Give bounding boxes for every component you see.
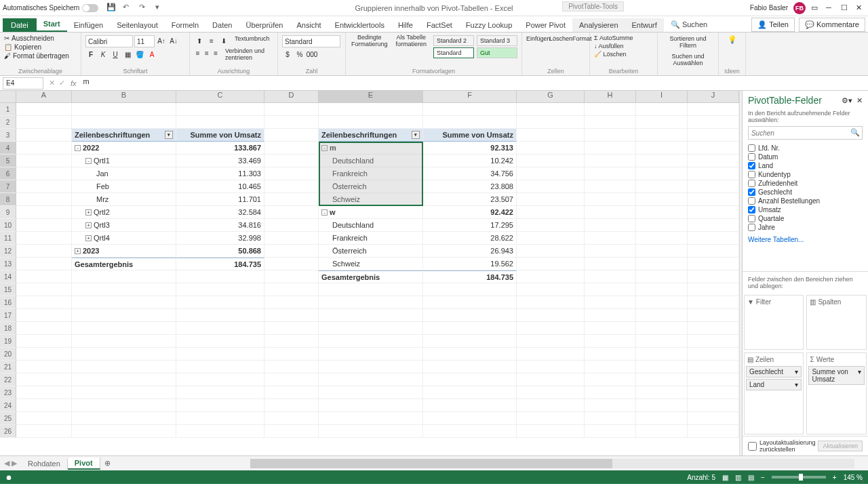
cell[interactable]: [72, 412, 176, 425]
cell[interactable]: 50.868: [176, 245, 264, 258]
cell[interactable]: [264, 129, 319, 142]
cell[interactable]: 11.701: [176, 193, 264, 206]
cell[interactable]: Zeilenbeschriftungen▾: [319, 129, 423, 142]
cell[interactable]: [517, 361, 585, 373]
drop-area-rows[interactable]: ▤Zeilen Geschlecht▾ Land▾: [744, 352, 804, 434]
expand-icon[interactable]: -: [321, 145, 328, 151]
cell[interactable]: [517, 116, 585, 129]
cell[interactable]: [16, 425, 72, 438]
cell[interactable]: [585, 322, 636, 335]
cell[interactable]: [319, 322, 423, 335]
cell[interactable]: 23.808: [423, 180, 517, 193]
field-checkbox[interactable]: [748, 153, 755, 161]
cell[interactable]: [688, 309, 739, 322]
cell[interactable]: [319, 373, 423, 386]
cell[interactable]: [176, 412, 264, 425]
cell[interactable]: [72, 309, 176, 322]
cell[interactable]: [585, 142, 636, 155]
cell[interactable]: [264, 412, 319, 425]
cell[interactable]: Gesamtergebnis: [72, 258, 176, 270]
field-item[interactable]: Zufriedenheit: [748, 179, 863, 188]
cell[interactable]: [72, 270, 176, 283]
cell[interactable]: [264, 245, 319, 258]
cell[interactable]: [16, 129, 72, 142]
cell[interactable]: [264, 219, 319, 232]
cell[interactable]: [517, 193, 585, 206]
cell[interactable]: [585, 219, 636, 232]
cell[interactable]: [16, 167, 72, 180]
tab-data[interactable]: Daten: [205, 18, 239, 32]
field-checkbox[interactable]: [748, 206, 755, 214]
cell[interactable]: [72, 322, 176, 335]
tab-powerpivot[interactable]: Power Pivot: [519, 18, 572, 32]
cell[interactable]: [636, 258, 688, 270]
cell[interactable]: [585, 180, 636, 193]
cell[interactable]: [636, 386, 688, 399]
cell[interactable]: 32.998: [176, 232, 264, 245]
cell[interactable]: [423, 373, 517, 386]
cell[interactable]: [72, 348, 176, 361]
cell[interactable]: [517, 386, 585, 399]
cell[interactable]: [176, 116, 264, 129]
row-header[interactable]: 21: [0, 361, 16, 373]
col-header-a[interactable]: A: [16, 91, 72, 102]
cell[interactable]: [264, 258, 319, 270]
cell[interactable]: Frankreich: [319, 167, 423, 180]
cell[interactable]: [16, 258, 72, 270]
cancel-formula-icon[interactable]: ✕: [49, 79, 55, 87]
decrease-font-icon[interactable]: A↓: [168, 35, 179, 46]
zoom-in-icon[interactable]: +: [833, 474, 837, 481]
cell[interactable]: [264, 103, 319, 116]
col-header-e[interactable]: E: [319, 91, 423, 102]
cell[interactable]: [264, 142, 319, 155]
cell[interactable]: -w: [319, 206, 423, 219]
cell[interactable]: [585, 348, 636, 361]
user-avatar[interactable]: FB: [793, 2, 806, 14]
cell[interactable]: +Qrtl4: [72, 232, 176, 245]
cell[interactable]: [16, 412, 72, 425]
cell[interactable]: [16, 373, 72, 386]
cell[interactable]: [688, 399, 739, 412]
cell[interactable]: [585, 373, 636, 386]
cell[interactable]: [16, 219, 72, 232]
cell[interactable]: [423, 309, 517, 322]
cell[interactable]: 184.735: [423, 270, 517, 283]
cell[interactable]: [585, 258, 636, 270]
row-header[interactable]: 20: [0, 348, 16, 361]
col-header-d[interactable]: D: [264, 91, 319, 102]
cell[interactable]: [319, 103, 423, 116]
cell[interactable]: [517, 142, 585, 155]
cell[interactable]: [319, 361, 423, 373]
style-standard2[interactable]: Standard 2: [433, 35, 474, 46]
currency-icon[interactable]: $: [282, 49, 293, 60]
cell[interactable]: [688, 296, 739, 309]
field-checkbox[interactable]: [748, 224, 755, 231]
cell[interactable]: [688, 232, 739, 245]
row-field-land[interactable]: Land▾: [746, 379, 802, 390]
cell[interactable]: [16, 232, 72, 245]
cell[interactable]: [688, 412, 739, 425]
col-header-h[interactable]: H: [585, 91, 636, 102]
cell[interactable]: [264, 335, 319, 348]
tab-factset[interactable]: FactSet: [420, 18, 459, 32]
wrap-text-button[interactable]: Textumbruch: [235, 35, 270, 46]
field-checkbox[interactable]: [748, 215, 755, 222]
cell[interactable]: 33.469: [176, 155, 264, 167]
row-header[interactable]: 8: [0, 193, 16, 206]
cell[interactable]: [16, 155, 72, 167]
field-item[interactable]: Geschlecht: [748, 188, 863, 197]
record-macro-icon[interactable]: ⏺: [5, 474, 12, 481]
cell[interactable]: [176, 283, 264, 296]
percent-icon[interactable]: %: [294, 49, 305, 60]
cell[interactable]: [636, 309, 688, 322]
row-header[interactable]: 25: [0, 412, 16, 425]
field-item[interactable]: Datum: [748, 152, 863, 161]
cell[interactable]: +Qrtl3: [72, 219, 176, 232]
fill-color-button[interactable]: 🪣: [134, 49, 145, 60]
cell[interactable]: [636, 296, 688, 309]
row-header[interactable]: 16: [0, 296, 16, 309]
cell[interactable]: 92.313: [423, 142, 517, 155]
row-header[interactable]: 23: [0, 386, 16, 399]
cell[interactable]: [319, 399, 423, 412]
cell[interactable]: [264, 348, 319, 361]
